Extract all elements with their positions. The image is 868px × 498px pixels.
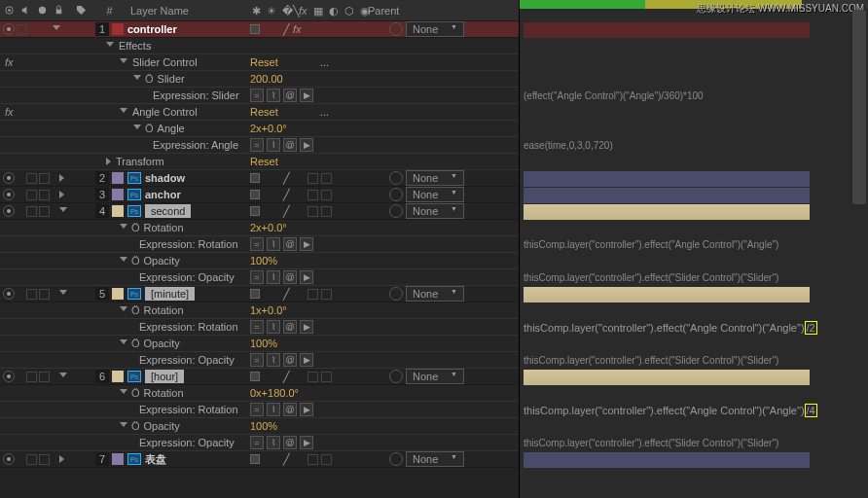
color-label[interactable] [112, 23, 124, 35]
options-icon[interactable]: ... [320, 56, 329, 68]
normal-icon[interactable]: ╱ [283, 189, 290, 201]
switch[interactable] [250, 173, 260, 183]
layer-bar[interactable] [524, 204, 810, 220]
stopwatch-icon[interactable]: Ö [145, 123, 154, 134]
reset-link[interactable]: Reset [250, 156, 278, 167]
prop-name[interactable]: Opacity [144, 338, 180, 349]
pickwhip-icon[interactable] [389, 171, 403, 185]
normal-icon[interactable]: ╱ [283, 371, 290, 383]
expr-menu-icon[interactable]: ▶ [300, 403, 313, 416]
box[interactable] [321, 206, 332, 217]
twirl-icon[interactable] [59, 207, 67, 216]
visibility-toggle[interactable] [3, 453, 15, 465]
box[interactable] [39, 173, 50, 184]
expr-graph-icon[interactable]: ⌇ [267, 89, 280, 102]
parent-dropdown[interactable]: None [406, 170, 464, 186]
expr-graph-icon[interactable]: ⌇ [267, 320, 280, 334]
layer-name[interactable]: anchor [145, 189, 181, 200]
parent-dropdown[interactable]: None [406, 286, 464, 302]
expr-graph-icon[interactable]: ⌇ [267, 436, 280, 449]
expr-enable-icon[interactable]: = [250, 270, 264, 284]
twirl-icon[interactable] [59, 191, 64, 198]
layer-name[interactable]: controller [127, 23, 177, 35]
expr-menu-icon[interactable]: ▶ [300, 436, 313, 449]
switch[interactable] [250, 190, 260, 199]
pickwhip-icon[interactable]: @ [283, 320, 297, 334]
expr-enable-icon[interactable]: = [250, 353, 264, 367]
box[interactable] [26, 289, 37, 300]
switch[interactable] [250, 372, 260, 381]
expression-text[interactable]: thisComp.layer("controller").effect("Ang… [524, 405, 817, 416]
pickwhip-icon[interactable]: @ [283, 237, 297, 251]
expr-menu-icon[interactable]: ▶ [300, 237, 313, 251]
twirl-icon[interactable] [120, 306, 127, 315]
box[interactable] [307, 190, 318, 200]
twirl-icon[interactable] [120, 339, 127, 348]
stopwatch-icon[interactable]: Ö [131, 255, 140, 267]
pickwhip-icon[interactable]: @ [283, 89, 297, 102]
reset-link[interactable]: Reset [250, 56, 278, 68]
scrollbar-vertical[interactable] [852, 10, 866, 496]
pickwhip-icon[interactable] [389, 370, 403, 383]
pickwhip-icon[interactable] [389, 204, 403, 218]
timeline-panel[interactable]: 思缘设计论坛 WWW.MISSYUAN.COM (effect("Angle C… [520, 0, 868, 498]
layer-name[interactable]: 表盘 [145, 452, 166, 467]
stopwatch-icon[interactable]: Ö [131, 304, 140, 316]
stopwatch-icon[interactable]: Ö [131, 338, 140, 349]
normal-icon[interactable]: ╱ [283, 205, 290, 218]
visibility-toggle[interactable] [3, 205, 15, 217]
twirl-icon[interactable] [120, 422, 127, 431]
layer-bar[interactable] [524, 188, 810, 203]
twirl-icon[interactable] [120, 58, 127, 67]
twirl-icon[interactable] [53, 25, 60, 34]
twirl-icon[interactable] [106, 158, 111, 165]
switch[interactable] [250, 454, 260, 464]
visibility-toggle[interactable] [3, 288, 15, 300]
box[interactable] [26, 206, 37, 217]
twirl-icon[interactable] [106, 42, 114, 51]
expr-graph-icon[interactable]: ⌇ [267, 138, 280, 152]
box[interactable] [321, 372, 332, 382]
switch[interactable] [250, 206, 260, 216]
parent-dropdown[interactable]: None [406, 451, 464, 467]
box[interactable] [307, 173, 318, 184]
prop-name[interactable]: Opacity [144, 255, 180, 267]
twirl-icon[interactable] [120, 108, 127, 117]
normal-icon[interactable]: ╱ [283, 288, 290, 301]
stopwatch-icon[interactable]: Ö [131, 222, 140, 233]
expr-enable-icon[interactable]: = [250, 403, 264, 416]
parent-dropdown[interactable]: None [406, 187, 464, 202]
transform-label[interactable]: Transform [116, 156, 164, 167]
twirl-icon[interactable] [59, 373, 67, 381]
expr-menu-icon[interactable]: ▶ [300, 138, 313, 152]
switch[interactable] [250, 24, 260, 34]
prop-value[interactable]: 200.00 [250, 73, 283, 85]
layer-bar[interactable] [524, 171, 810, 187]
pickwhip-icon[interactable]: @ [283, 270, 297, 284]
box[interactable] [39, 454, 50, 465]
box[interactable] [39, 190, 50, 200]
pickwhip-icon[interactable] [389, 22, 403, 36]
normal-icon[interactable]: ╱ [283, 23, 290, 36]
box[interactable] [321, 454, 332, 465]
solo-box[interactable] [17, 24, 27, 35]
expression-text[interactable]: (effect("Angle Control")("Angle")/360)*1… [524, 90, 704, 101]
expression-text[interactable]: thisComp.layer("controller").effect("Ang… [524, 239, 778, 250]
pickwhip-icon[interactable]: @ [283, 436, 297, 449]
twirl-icon[interactable] [59, 455, 64, 463]
box[interactable] [26, 190, 37, 200]
box[interactable] [321, 190, 332, 200]
prop-name[interactable]: Opacity [144, 420, 180, 432]
prop-value[interactable]: 0x+180.0° [250, 387, 299, 399]
twirl-icon[interactable] [120, 224, 127, 232]
prop-name[interactable]: Rotation [144, 304, 184, 316]
effect-name[interactable]: Angle Control [132, 106, 198, 118]
expr-enable-icon[interactable]: = [250, 237, 264, 251]
prop-name[interactable]: Angle [158, 123, 185, 134]
prop-name[interactable]: Rotation [144, 222, 184, 233]
prop-value[interactable]: 100% [250, 420, 277, 432]
expression-text[interactable]: thisComp.layer("controller").effect("Sli… [524, 272, 778, 283]
twirl-icon[interactable] [59, 174, 64, 182]
layer-name[interactable]: [hour] [145, 370, 184, 383]
expr-enable-icon[interactable]: = [250, 320, 264, 334]
